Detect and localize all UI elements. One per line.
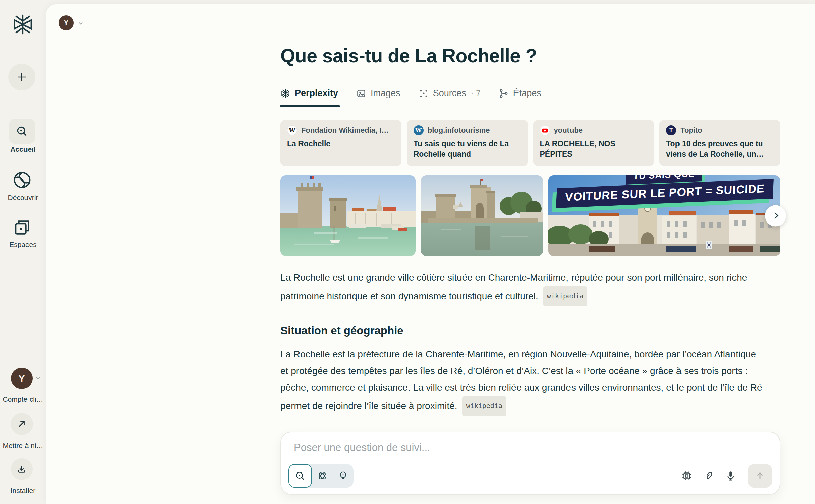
wikipedia-favicon: W (287, 125, 297, 135)
tab-label: Images (371, 88, 400, 99)
sources-count: · 7 (471, 89, 481, 98)
wordpress-favicon: W (414, 125, 424, 135)
lightbulb-icon (338, 470, 348, 481)
sidebar-item-label: Découvrir (0, 194, 46, 202)
paragraph-text: La Rochelle est une grande ville côtière… (280, 272, 747, 301)
chevron-down-icon (78, 20, 84, 26)
tab-label: Perplexity (295, 88, 338, 99)
arrow-up-icon (755, 470, 765, 481)
tab-sources[interactable]: Sources · 7 (419, 88, 481, 107)
answer-paragraph-1: La Rochelle est une grande ville côtière… (280, 269, 763, 306)
source-cards: W Fondation Wikimedia, I… La Rochelle W … (280, 120, 780, 166)
source-title: Top 10 des preuves que tu viens de La Ro… (666, 139, 774, 160)
chevron-down-icon (35, 375, 41, 381)
install-label: Installer (0, 487, 46, 495)
sidebar-item-label: Espaces (0, 241, 46, 249)
thread-author-chevron[interactable] (78, 20, 84, 26)
paperclip-icon (703, 470, 714, 482)
followup-composer (280, 432, 780, 495)
source-site: Fondation Wikimedia, I… (301, 126, 389, 135)
perplexity-logo-icon (280, 88, 290, 99)
thread-author-avatar[interactable]: Y (59, 15, 74, 30)
chevron-right-icon (771, 211, 781, 221)
search-mode-pill (288, 464, 354, 488)
home-search-icon (16, 125, 29, 138)
new-thread-button[interactable] (8, 64, 35, 90)
sidebar-item-accueil[interactable] (9, 119, 35, 144)
result-images: TU SAIS QUE VOITURE SUR LE PORT = SUICID… (280, 175, 780, 256)
account-label: Compte cli… (0, 395, 46, 403)
tab-images[interactable]: Images (356, 88, 400, 107)
sidebar-item-label: Accueil (0, 145, 46, 153)
tab-label: Sources (433, 88, 466, 99)
tab-etapes[interactable]: Étapes (499, 88, 541, 107)
source-title: LA ROCHELLE, NOS PÉPITES (540, 139, 648, 160)
sources-icon (419, 88, 429, 99)
source-site: youtube (554, 126, 583, 135)
source-site: blog.infotourisme (428, 126, 490, 135)
steps-icon (499, 88, 509, 99)
thread-content: Que sais-tu de La Rochelle ? Perplexity … (280, 4, 780, 416)
sidebar: Accueil Découvrir Espaces Y Compte cli… … (0, 0, 46, 504)
sidebar-item-decouvrir[interactable] (9, 168, 35, 192)
citation-badge[interactable]: wikipedia (543, 286, 587, 306)
search-mode-button[interactable] (288, 464, 312, 488)
main-panel: Y Que sais-tu de La Rochelle ? Perplexit… (46, 4, 815, 504)
perplexity-logo[interactable] (11, 13, 35, 36)
youtube-favicon (540, 125, 550, 135)
sidebar-item-espaces[interactable] (9, 215, 35, 240)
reasoning-mode-button[interactable] (333, 464, 354, 488)
composer-tools (678, 464, 772, 488)
source-card[interactable]: T Topito Top 10 des preuves que tu viens… (659, 120, 780, 166)
discover-icon (12, 170, 32, 190)
model-select-button[interactable] (678, 467, 695, 485)
followup-input[interactable] (294, 442, 596, 454)
citation-badge[interactable]: wikipedia (462, 396, 506, 416)
microphone-icon (725, 470, 737, 482)
submit-button[interactable] (748, 464, 772, 488)
la-rochelle-photo-3[interactable]: TU SAIS QUE VOITURE SUR LE PORT = SUICID… (548, 175, 780, 256)
account-chevron[interactable] (35, 375, 41, 381)
dictation-button[interactable] (722, 467, 740, 485)
tab-perplexity[interactable]: Perplexity (280, 88, 338, 107)
download-icon (17, 464, 27, 474)
arrow-up-right-icon (17, 419, 27, 429)
attach-button[interactable] (700, 467, 717, 485)
la-rochelle-photo-1[interactable] (280, 175, 416, 256)
source-card[interactable]: youtube LA ROCHELLE, NOS PÉPITES (533, 120, 654, 166)
topito-favicon: T (666, 125, 676, 135)
search-icon (295, 470, 306, 481)
source-site: Topito (680, 126, 702, 135)
harbor-photo-illustration (280, 175, 416, 256)
source-card[interactable]: W Fondation Wikimedia, I… La Rochelle (280, 120, 401, 166)
account-avatar[interactable]: Y (11, 368, 33, 389)
pro-knot-icon (317, 470, 328, 481)
answer-tabs: Perplexity Images Sources · 7 Étapes (280, 88, 780, 107)
section-heading: Situation et géographie (280, 324, 780, 337)
source-title: Tu sais que tu viens de La Rochelle quan… (414, 139, 521, 160)
answer-paragraph-2: La Rochelle est la préfecture de la Char… (280, 346, 763, 416)
model-chip-icon (681, 470, 692, 482)
perplexity-logo-icon (11, 13, 35, 36)
images-icon (356, 88, 366, 99)
install-button[interactable] (11, 458, 33, 480)
upgrade-button[interactable] (11, 413, 33, 435)
page-title: Que sais-tu de La Rochelle ? (280, 45, 780, 67)
upgrade-label: Mettre à ni… (0, 442, 46, 450)
source-title: La Rochelle (287, 139, 395, 149)
pro-mode-button[interactable] (312, 464, 333, 488)
source-card[interactable]: W blog.infotourisme Tu sais que tu viens… (407, 120, 528, 166)
next-images-button[interactable] (765, 205, 786, 226)
paragraph-text: La Rochelle est la préfecture de la Char… (280, 349, 762, 411)
street-photo-illustration (548, 175, 780, 256)
spaces-icon (13, 218, 32, 237)
tab-label: Étapes (513, 88, 541, 99)
la-rochelle-photo-2[interactable] (421, 175, 543, 256)
tower-photo-illustration (421, 175, 543, 256)
plus-icon (16, 71, 28, 83)
